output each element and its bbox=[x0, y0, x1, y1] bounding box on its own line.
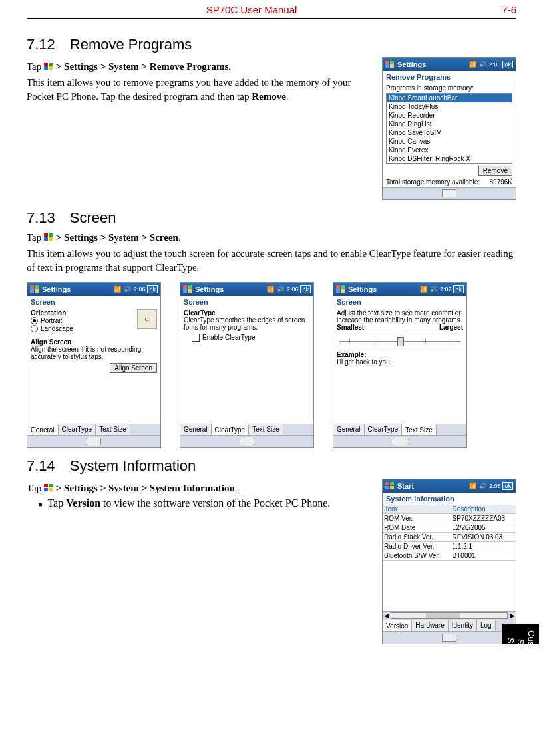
list-item[interactable]: Kinpo SmartLaunchBar bbox=[387, 94, 512, 102]
s714-path: Tap > Settings > System > System Informa… bbox=[27, 481, 362, 495]
titlebar: Settings 📶🔊2:05 ok bbox=[383, 58, 516, 71]
list-item[interactable]: Kinpo Canvas bbox=[387, 137, 512, 146]
textsize-desc: Adjust the text size to see more content… bbox=[337, 309, 463, 324]
hscrollbar[interactable]: ◀▶ bbox=[383, 611, 516, 620]
list-label: Programs in storage memory: bbox=[386, 84, 512, 92]
list-item: Tap Version to view the software version… bbox=[39, 497, 362, 509]
ok-button[interactable]: ok bbox=[502, 482, 513, 490]
slider-min-label: Smallest bbox=[337, 324, 364, 331]
start-icon bbox=[44, 63, 53, 70]
list-item[interactable]: Kinpo RingList bbox=[387, 120, 512, 128]
enable-cleartype-checkbox[interactable]: Enable ClearType bbox=[192, 334, 310, 342]
tab-textsize[interactable]: Text Size bbox=[96, 424, 130, 435]
text: Tap bbox=[47, 497, 66, 509]
start-icon[interactable] bbox=[385, 482, 395, 490]
list-item[interactable]: Kinpo Everex bbox=[387, 146, 512, 154]
tab-textsize[interactable]: Text Size bbox=[249, 424, 283, 435]
tab-general[interactable]: General bbox=[333, 424, 365, 435]
radio-label: Portrait bbox=[41, 317, 62, 324]
remove-word: Remove bbox=[252, 91, 286, 102]
s713-desc: This item allows you to adjust the touch… bbox=[27, 247, 516, 274]
keyboard-icon[interactable] bbox=[393, 438, 407, 445]
version-word: Version bbox=[66, 497, 100, 509]
text: Tap bbox=[27, 232, 44, 243]
tab-general[interactable]: General bbox=[27, 424, 59, 435]
start-icon[interactable] bbox=[30, 285, 39, 293]
orientation-icon: ▭ bbox=[137, 309, 157, 329]
clock: 2:06 bbox=[287, 286, 299, 293]
memory-value: 89796K bbox=[490, 178, 512, 186]
table-row: Radio Driver Ver.1.1.2.1 bbox=[383, 541, 516, 551]
tab-hardware[interactable]: Hardware bbox=[412, 620, 448, 631]
remove-button[interactable]: Remove bbox=[478, 166, 512, 176]
list-item[interactable]: Kinpo SaveToSIM bbox=[387, 128, 512, 137]
window-title: Settings bbox=[42, 285, 114, 293]
tab-strip: General ClearType Text Size bbox=[27, 424, 160, 435]
tab-version[interactable]: Version bbox=[383, 620, 412, 631]
list-item[interactable]: Kinpo DSFilter_RingRock X bbox=[387, 154, 512, 163]
ok-button[interactable]: ok bbox=[300, 285, 311, 293]
ok-button[interactable]: ok bbox=[147, 285, 158, 293]
screen-textsize-screenshot: Settings📶🔊2:07ok Screen Adjust the text … bbox=[333, 282, 467, 448]
text: . bbox=[235, 483, 238, 493]
ok-button[interactable]: ok bbox=[453, 285, 464, 293]
section-7-13-heading: 7.13 Screen bbox=[27, 209, 516, 227]
slider-max-label: Largest bbox=[439, 324, 463, 331]
radio-landscape[interactable]: Landscape bbox=[31, 325, 134, 332]
keyboard-icon[interactable] bbox=[87, 438, 101, 445]
example-heading: Example: bbox=[337, 351, 463, 358]
tab-textsize[interactable]: Text Size bbox=[402, 424, 437, 435]
start-icon[interactable] bbox=[336, 285, 345, 293]
tab-cleartype[interactable]: ClearType bbox=[59, 424, 96, 435]
breadcrumb-path: > Settings > System > System Information bbox=[56, 483, 235, 493]
text: . bbox=[228, 61, 231, 72]
tab-cleartype[interactable]: ClearType bbox=[212, 424, 250, 435]
keyboard-icon[interactable] bbox=[240, 438, 254, 445]
list-item[interactable]: Kinpo Recorder bbox=[387, 111, 512, 120]
bullet-list: Tap Version to view the software version… bbox=[27, 497, 362, 509]
clock: 2:05 bbox=[489, 61, 501, 68]
tab-identity[interactable]: Identity bbox=[449, 620, 477, 631]
window-title: Settings bbox=[397, 61, 469, 68]
section-7-12-heading: 7.12 Remove Programs bbox=[27, 36, 516, 53]
ok-button[interactable]: ok bbox=[502, 61, 513, 68]
tab-log[interactable]: Log bbox=[477, 620, 496, 631]
header-rule bbox=[27, 18, 516, 19]
screen-subtitle: Screen bbox=[180, 296, 313, 308]
radio-portrait[interactable]: Portrait bbox=[31, 317, 134, 324]
programs-list[interactable]: Kinpo SmartLaunchBar Kinpo TodayPlus Kin… bbox=[386, 93, 512, 164]
text: . bbox=[178, 232, 181, 243]
s712-path: Tap > Settings > System > Remove Program… bbox=[27, 60, 362, 73]
clock: 2:06 bbox=[134, 286, 146, 293]
example-text: I'll get back to you. bbox=[337, 358, 463, 366]
tab-cleartype[interactable]: ClearType bbox=[365, 424, 403, 435]
start-icon[interactable] bbox=[183, 285, 192, 293]
orientation-heading: Orientation bbox=[31, 309, 134, 316]
keyboard-icon[interactable] bbox=[442, 634, 456, 642]
align-heading: Align Screen bbox=[31, 338, 157, 346]
side-tab-line1: Customizng bbox=[526, 630, 536, 644]
start-icon bbox=[44, 484, 53, 492]
textsize-slider[interactable] bbox=[337, 334, 463, 348]
screen-subtitle: Remove Programs bbox=[383, 71, 516, 83]
memory-row: Total storage memory available: 89796K bbox=[386, 178, 512, 186]
tab-general[interactable]: General bbox=[180, 424, 212, 435]
table-row: Bluetooth S/W Ver.BT0001 bbox=[383, 551, 516, 560]
text: . bbox=[286, 91, 289, 102]
screen-subtitle: Screen bbox=[333, 296, 466, 308]
section-7-14-heading: 7.14 System Information bbox=[27, 457, 516, 475]
screen-subtitle: Screen bbox=[27, 296, 160, 308]
status-icons: 📶🔊2:05 bbox=[469, 61, 501, 68]
start-icon[interactable] bbox=[385, 61, 395, 68]
breadcrumb-path: > Settings > System > Screen bbox=[56, 232, 178, 243]
table-row: ROM Ver.SP70XZZZZZA03 bbox=[383, 513, 516, 523]
align-screen-button[interactable]: Align Screen bbox=[110, 363, 157, 373]
table-row: ROM Date12/20/2005 bbox=[383, 523, 516, 532]
sip-bar[interactable] bbox=[383, 187, 516, 199]
col-item: Item bbox=[383, 505, 451, 514]
text: Tap bbox=[27, 61, 44, 72]
page-header: SP70C User Manual 7-6 bbox=[0, 0, 543, 15]
memory-label: Total storage memory available: bbox=[386, 178, 480, 186]
keyboard-icon[interactable] bbox=[442, 189, 456, 197]
list-item[interactable]: Kinpo TodayPlus bbox=[387, 102, 512, 111]
